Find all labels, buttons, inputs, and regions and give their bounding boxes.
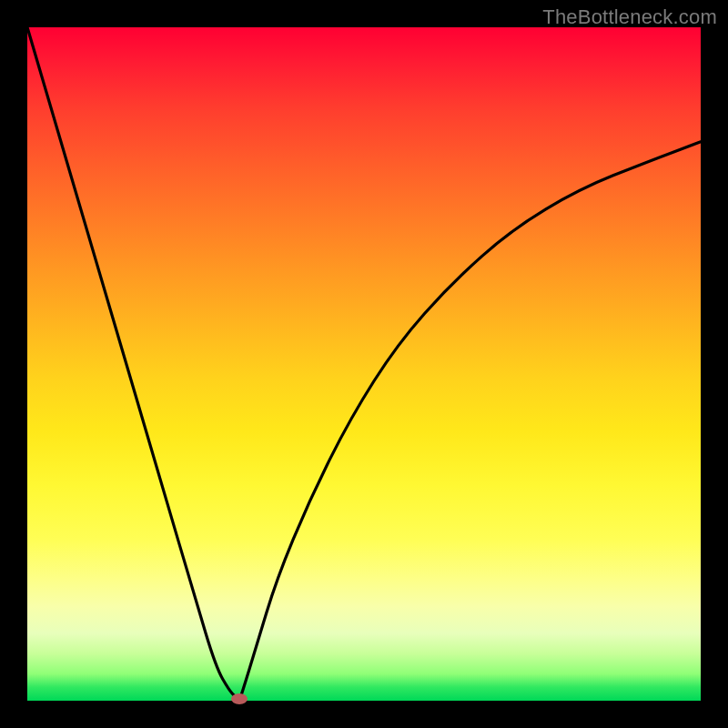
bottleneck-curve bbox=[27, 27, 701, 700]
chart-frame: TheBottleneck.com bbox=[0, 0, 728, 728]
minimum-marker bbox=[231, 693, 248, 704]
curve-svg bbox=[27, 27, 701, 701]
watermark-text: TheBottleneck.com bbox=[542, 5, 717, 29]
plot-area bbox=[27, 27, 701, 701]
